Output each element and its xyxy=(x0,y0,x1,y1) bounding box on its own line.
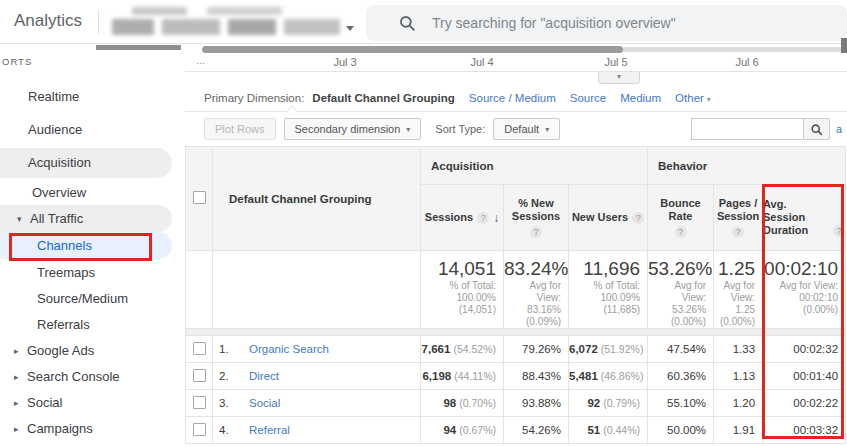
nav-label: Acquisition xyxy=(28,154,91,172)
pages-session-cell: 1.91 xyxy=(714,417,763,444)
scrollbar-fragment xyxy=(96,45,181,50)
help-icon[interactable]: ? xyxy=(632,212,644,224)
avg-session-duration-cell: 00:02:32 xyxy=(763,336,846,363)
global-search-input[interactable] xyxy=(432,15,832,31)
plot-rows-button[interactable]: Plot Rows xyxy=(204,118,276,140)
dimension-link-other[interactable]: Other▾ xyxy=(675,92,711,104)
help-icon[interactable]: ? xyxy=(477,212,489,224)
sidebar-item-realtime[interactable]: Realtime xyxy=(28,88,79,106)
channel-link[interactable]: Direct xyxy=(249,370,279,382)
cell-percent: (54.52%) xyxy=(453,343,496,355)
row-checkbox[interactable] xyxy=(193,423,206,436)
cell-value: 92 xyxy=(587,397,600,409)
column-label: Avg. Session Duration xyxy=(763,198,829,237)
dimension-link-source[interactable]: Source xyxy=(570,92,606,104)
channel-link[interactable]: Referral xyxy=(249,424,290,436)
redacted-block xyxy=(207,7,282,15)
bounce-rate-cell: 47.54% xyxy=(648,336,714,363)
sidebar-item-treemaps[interactable]: Treemaps xyxy=(37,264,95,282)
account-selector[interactable] xyxy=(112,7,342,37)
channel-cell: 2.Direct xyxy=(213,363,421,390)
sidebar-item-campaigns[interactable]: ▸Campaigns xyxy=(14,420,93,438)
search-icon xyxy=(810,123,823,136)
header-divider xyxy=(98,10,99,34)
help-icon[interactable]: ? xyxy=(732,226,744,238)
channel-cell: 3.Social xyxy=(213,390,421,417)
total-value: 14,051 xyxy=(421,259,496,279)
sidebar-item-acquisition[interactable]: Acquisition xyxy=(28,154,91,172)
sessions-cell: 6,198(44.11%) xyxy=(421,363,504,390)
dimension-link-medium[interactable]: Medium xyxy=(620,92,661,104)
sidebar-item-referrals[interactable]: Referrals xyxy=(37,316,90,334)
sidebar-item-audience[interactable]: Audience xyxy=(28,121,82,139)
total-subtext: % of Total: 100.09% (11,685) xyxy=(569,280,640,316)
column-header-new-users[interactable]: New Users ? xyxy=(569,185,648,251)
column-header-pages-session[interactable]: Pages / Session ? xyxy=(714,185,763,251)
channel-link[interactable]: Social xyxy=(249,397,280,409)
table-search-input[interactable] xyxy=(691,118,803,140)
axis-ellipsis-label: ... xyxy=(196,54,205,66)
column-header-bounce-rate[interactable]: Bounce Rate ? xyxy=(648,185,714,251)
row-checkbox-cell xyxy=(186,363,213,390)
redacted-block xyxy=(228,19,276,35)
pages-session-cell: 1.13 xyxy=(714,363,763,390)
select-all-checkbox[interactable] xyxy=(193,191,206,204)
help-icon[interactable]: ? xyxy=(675,226,687,238)
table-row: 2.Direct 6,198(44.11%) 88.43% 5,481(46.8… xyxy=(186,363,846,390)
table-search-button[interactable] xyxy=(803,118,830,140)
help-icon[interactable]: ? xyxy=(833,225,845,237)
account-dropdown-icon[interactable] xyxy=(346,26,354,31)
scrollbar-thumb[interactable] xyxy=(202,46,623,53)
column-header-avg-session-duration[interactable]: Avg. Session Duration ? xyxy=(763,185,846,251)
secondary-dimension-button[interactable]: Secondary dimension ▾ xyxy=(284,118,422,140)
totals-row: 14,051 % of Total: 100.00% (14,051) 83.2… xyxy=(186,251,846,329)
column-header-default-channel-grouping[interactable]: Default Channel Grouping xyxy=(213,147,421,251)
nav-label: Campaigns xyxy=(27,420,93,438)
nav-label: Treemaps xyxy=(37,264,95,282)
global-search-bar[interactable] xyxy=(366,5,847,41)
column-header-sessions[interactable]: Sessions ? ↓ xyxy=(421,185,504,251)
advanced-link-fragment[interactable]: a xyxy=(836,123,842,135)
scrollbar-fragment xyxy=(841,38,847,53)
sidebar-item-channels[interactable]: Channels xyxy=(37,237,92,255)
nav-label: Google Ads xyxy=(27,342,94,360)
sidebar-item-social[interactable]: ▸Social xyxy=(14,394,62,412)
pct-new-sessions-cell: 54.26% xyxy=(504,417,569,444)
new-users-cell: 51(0.44%) xyxy=(569,417,648,444)
row-checkbox[interactable] xyxy=(193,342,206,355)
sidebar-item-all-traffic[interactable]: ▾All Traffic xyxy=(17,210,83,228)
dimension-selected-default-channel-grouping[interactable]: Default Channel Grouping xyxy=(312,92,454,104)
sessions-cell: 7,661(54.52%) xyxy=(421,336,504,363)
sidebar-item-source-medium[interactable]: Source/Medium xyxy=(37,290,128,308)
sort-type-button[interactable]: Default ▾ xyxy=(493,118,560,140)
row-checkbox[interactable] xyxy=(193,369,206,382)
sidebar-item-google-ads[interactable]: ▸Google Ads xyxy=(14,342,94,360)
column-header-pct-new-sessions[interactable]: % New Sessions ? xyxy=(504,185,569,251)
pct-new-sessions-cell: 93.88% xyxy=(504,390,569,417)
row-checkbox[interactable] xyxy=(193,396,206,409)
sidebar-item-overview[interactable]: Overview xyxy=(32,184,86,202)
total-subtext: Avg for View: 83.16% (0.09%) xyxy=(504,280,561,328)
date-dropdown-tab[interactable]: ▾ xyxy=(598,72,640,84)
chevron-expanded-icon: ▾ xyxy=(17,210,30,228)
chevron-down-icon: ▾ xyxy=(406,125,410,134)
sort-desc-icon[interactable]: ↓ xyxy=(493,211,499,225)
nav-label: Realtime xyxy=(28,88,79,106)
cell-value: 5,481 xyxy=(569,370,598,382)
help-icon[interactable]: ? xyxy=(530,226,542,238)
scrollbar-track[interactable] xyxy=(623,47,843,52)
cell-percent: (51.92%) xyxy=(601,343,644,355)
channel-link[interactable]: Organic Search xyxy=(249,343,329,355)
channel-cell: 4.Referral xyxy=(213,417,421,444)
search-icon xyxy=(398,14,416,32)
cell-value: 98 xyxy=(443,397,456,409)
dimension-link-source-medium[interactable]: Source / Medium xyxy=(469,92,556,104)
sidebar-item-search-console[interactable]: ▸Search Console xyxy=(14,368,120,386)
redacted-block xyxy=(132,7,187,15)
pct-new-sessions-cell: 79.26% xyxy=(504,336,569,363)
new-users-cell: 92(0.79%) xyxy=(569,390,648,417)
chevron-down-icon: ▾ xyxy=(617,72,621,81)
redacted-block xyxy=(284,19,340,35)
row-rank: 1. xyxy=(219,343,241,355)
row-checkbox-cell xyxy=(186,417,213,444)
